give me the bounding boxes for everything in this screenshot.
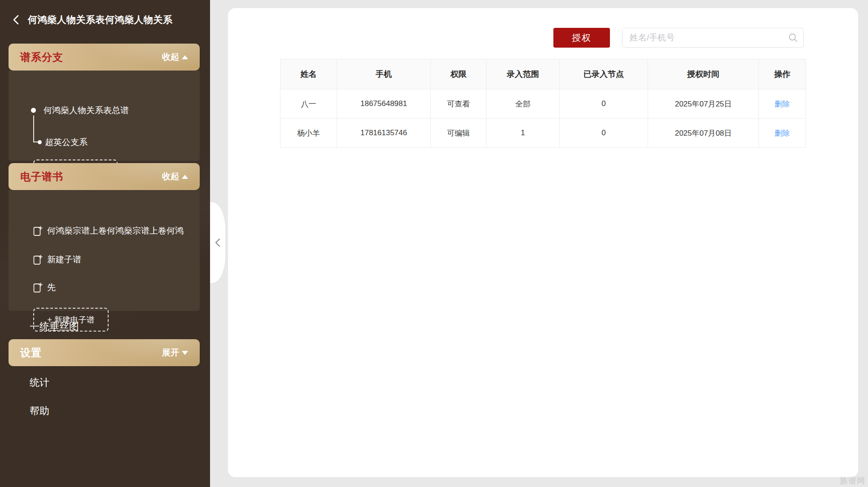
cell-date: 2025年07月25日: [648, 89, 759, 119]
ebook-item-label: 新建子谱: [47, 254, 81, 266]
ebook-collapse-label: 收起: [162, 171, 179, 182]
sidebar-item-help[interactable]: 帮助: [30, 404, 49, 418]
col-header-nodes: 已录入节点: [560, 59, 648, 89]
sidebar-collapse-handle[interactable]: [210, 202, 225, 283]
col-header-action: 操作: [759, 59, 806, 89]
cell-nodes: 0: [560, 89, 648, 119]
ebook-item-new-subbook[interactable]: 新建子谱: [33, 254, 81, 266]
cell-phone: 18675648981: [337, 89, 431, 119]
tree-node-dot: [31, 108, 36, 113]
sidebar-header: 何鸿燊人物关系表何鸿燊人物关系: [11, 13, 204, 26]
document-add-icon: [33, 226, 43, 236]
cell-action: 删除: [759, 119, 806, 148]
ebook-item-label: 先: [47, 282, 56, 293]
col-header-scope: 录入范围: [487, 59, 560, 89]
ebook-section: 电子谱书 收起 何鸿燊宗谱上卷何鸿燊宗谱上卷何鸿: [9, 163, 200, 311]
content-card: 授权 姓名 手机 权限 录入范围 已录入节点 授权时间 操作: [228, 8, 858, 477]
tree-node-dot: [38, 140, 42, 144]
cell-date: 2025年07月08日: [648, 119, 759, 148]
triangle-up-icon: [182, 55, 188, 59]
table-row: 八一 18675648981 可查看 全部 0 2025年07月25日 删除: [281, 89, 806, 119]
ebook-item-volume[interactable]: 何鸿燊宗谱上卷何鸿燊宗谱上卷何鸿: [33, 225, 184, 237]
pedigree-collapse-toggle[interactable]: 收起: [162, 51, 188, 63]
pedigree-section-body: 何鸿燊人物关系表总谱 超英公支系 + 新建谱系分支: [9, 71, 200, 161]
col-header-phone: 手机: [337, 59, 431, 89]
cell-permission: 可查看: [431, 89, 487, 119]
sidebar-item-pedigree-chart[interactable]: 一统垂丝图: [30, 320, 79, 333]
cell-permission: 可编辑: [431, 119, 487, 148]
cell-name: 八一: [281, 89, 337, 119]
col-header-permission: 权限: [431, 59, 487, 89]
cell-action: 删除: [759, 89, 806, 119]
delete-link[interactable]: 删除: [775, 100, 790, 108]
settings-expand-toggle[interactable]: 展开: [162, 347, 188, 359]
ebook-collapse-toggle[interactable]: 收起: [162, 171, 188, 182]
col-header-date: 授权时间: [648, 59, 759, 89]
ebook-item-xian[interactable]: 先: [33, 282, 56, 293]
ebook-section-header[interactable]: 电子谱书 收起: [9, 163, 200, 190]
table-header-row: 姓名 手机 权限 录入范围 已录入节点 授权时间 操作: [281, 59, 806, 89]
pedigree-section-title: 谱系分支: [20, 50, 63, 64]
ebook-section-body: 何鸿燊宗谱上卷何鸿燊宗谱上卷何鸿 新建子谱: [9, 190, 200, 311]
sidebar-title: 何鸿燊人物关系表何鸿燊人物关系: [28, 13, 173, 26]
cell-phone: 17816135746: [337, 119, 431, 148]
cell-scope: 全部: [487, 89, 560, 119]
settings-section-header[interactable]: 设置 展开: [9, 339, 200, 366]
pedigree-section-header[interactable]: 谱系分支 收起: [9, 44, 200, 71]
triangle-up-icon: [182, 175, 188, 179]
authorization-table: 姓名 手机 权限 录入范围 已录入节点 授权时间 操作 八一 186756489…: [280, 59, 806, 148]
pedigree-collapse-label: 收起: [162, 51, 179, 63]
triangle-down-icon: [182, 351, 188, 355]
tree-item-branch[interactable]: 超英公支系: [45, 137, 88, 148]
tree-connector-line: [33, 115, 39, 142]
document-add-icon: [33, 282, 43, 293]
ebook-item-label: 何鸿燊宗谱上卷何鸿燊宗谱上卷何鸿: [47, 225, 184, 237]
settings-section: 设置 展开: [9, 339, 200, 366]
document-add-icon: [33, 254, 43, 265]
chevron-left-icon: [12, 14, 21, 25]
search-box: [622, 28, 804, 48]
sidebar: 何鸿燊人物关系表何鸿燊人物关系 谱系分支 收起 何鸿燊人物关系表总谱 超英公支系…: [0, 0, 210, 487]
sidebar-item-statistics[interactable]: 统计: [30, 376, 49, 390]
site-watermark: 族谱网: [840, 475, 865, 486]
back-button[interactable]: [11, 14, 22, 25]
cell-nodes: 0: [560, 119, 648, 148]
chevron-left-icon: [215, 238, 221, 247]
settings-expand-label: 展开: [162, 347, 179, 359]
col-header-name: 姓名: [281, 59, 337, 89]
tree-item-main-genealogy[interactable]: 何鸿燊人物关系表总谱: [44, 105, 129, 116]
search-input[interactable]: [622, 28, 804, 48]
search-icon[interactable]: [788, 33, 798, 44]
table-row: 杨小羊 17816135746 可编辑 1 0 2025年07月08日 删除: [281, 119, 806, 148]
cell-name: 杨小羊: [281, 119, 337, 148]
delete-link[interactable]: 删除: [775, 129, 790, 137]
authorize-button[interactable]: 授权: [553, 28, 610, 48]
ebook-section-title: 电子谱书: [20, 170, 63, 184]
cell-scope: 1: [487, 119, 560, 148]
settings-section-title: 设置: [20, 346, 42, 360]
pedigree-section: 谱系分支 收起 何鸿燊人物关系表总谱 超英公支系 + 新建谱系分支: [9, 44, 200, 161]
